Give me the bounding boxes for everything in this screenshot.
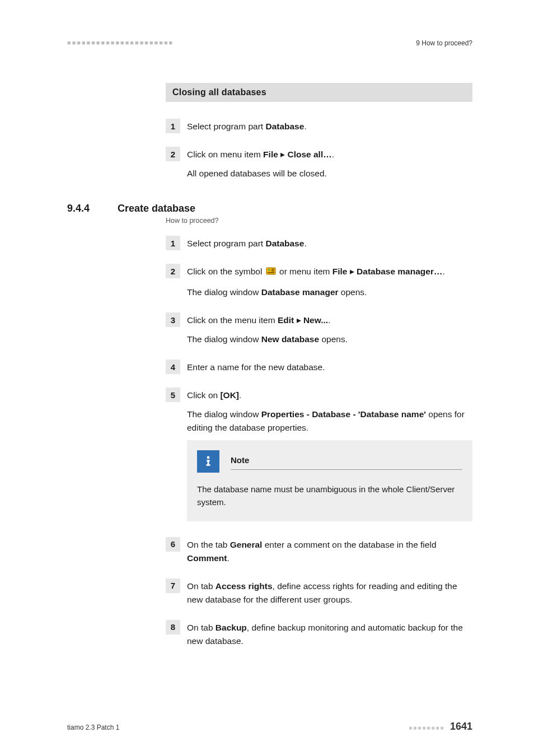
info-icon <box>197 450 219 473</box>
svg-rect-2 <box>271 269 274 270</box>
stepB-1: 1 Select program part Database. <box>166 236 472 250</box>
step-text: Enter a name for the new database. <box>187 361 325 374</box>
step-text: On the tab General enter a comment on th… <box>187 538 472 565</box>
stepB-5: 5 Click on [OK]. The dialog window Prope… <box>166 388 472 521</box>
step-result: The dialog window New database opens. <box>187 333 348 346</box>
page-footer: tiamo 2.3 Patch 1 ■■■■■■■■ 1641 <box>67 721 472 732</box>
step-number: 1 <box>166 119 180 133</box>
section-title-closing: Closing all databases <box>166 83 472 102</box>
stepB-8: 8 On tab Backup, define backup monitorin… <box>166 620 472 648</box>
stepA-1: 1 Select program part Database. <box>166 119 472 133</box>
footer-product: tiamo 2.3 Patch 1 <box>67 724 119 731</box>
heading-number: 9.4.4 <box>67 203 118 214</box>
step-text: Click on [OK]. <box>187 389 472 402</box>
step-result: All opened databases will be closed. <box>187 167 334 180</box>
stepA-2: 2 Click on menu item File ▸ Close all…. … <box>166 147 472 180</box>
step-text: Click on menu item File ▸ Close all…. <box>187 148 334 161</box>
heading-title: Create database <box>118 203 195 214</box>
note-box: Note The database name must be unambiguo… <box>187 440 472 521</box>
step-text: On tab Access rights, define access righ… <box>187 580 472 606</box>
page-number: 1641 <box>450 721 472 732</box>
database-manager-icon <box>266 266 276 280</box>
footer-dots: ■■■■■■■■ <box>409 725 444 731</box>
step-number: 6 <box>166 537 180 552</box>
heading-create-database: 9.4.4 Create database <box>67 203 472 214</box>
step-result: The dialog window Properties - Database … <box>187 408 472 435</box>
svg-point-1 <box>268 269 270 271</box>
page-header: ■■■■■■■■■■■■■■■■■■■■■■ 9 How to proceed? <box>67 39 472 47</box>
svg-rect-8 <box>206 464 210 466</box>
svg-rect-3 <box>271 270 274 272</box>
step-number: 2 <box>166 147 180 161</box>
svg-rect-4 <box>268 272 274 273</box>
stepB-2: 2 Click on the symbol or menu item File <box>166 264 472 299</box>
step-text: On tab Backup, define backup monitoring … <box>187 621 472 648</box>
svg-point-5 <box>207 456 210 459</box>
stepB-6: 6 On the tab General enter a comment on … <box>166 537 472 565</box>
step-text: Click on the menu item Edit ▸ New.... <box>187 314 348 327</box>
heading-subtitle: How to proceed? <box>166 217 472 225</box>
step-number: 2 <box>166 264 180 278</box>
step-text: Click on the symbol or menu item File ▸ … <box>187 265 445 280</box>
note-title: Note <box>231 455 249 465</box>
step-text: Select program part Database. <box>187 120 307 133</box>
stepB-7: 7 On tab Access rights, define access ri… <box>166 578 472 606</box>
step-number: 5 <box>166 388 180 402</box>
step-number: 3 <box>166 312 180 327</box>
breadcrumb: 9 How to proceed? <box>416 39 472 47</box>
stepB-3: 3 Click on the menu item Edit ▸ New.... … <box>166 312 472 346</box>
step-number: 7 <box>166 578 180 593</box>
footer-page: ■■■■■■■■ 1641 <box>409 721 472 732</box>
step-text: Select program part Database. <box>187 237 307 250</box>
header-dots: ■■■■■■■■■■■■■■■■■■■■■■ <box>67 39 174 46</box>
step-number: 8 <box>166 620 180 634</box>
note-body: The database name must be unambiguous in… <box>197 483 462 509</box>
stepB-4: 4 Enter a name for the new database. <box>166 360 472 374</box>
step-result: The dialog window Database manager opens… <box>187 286 445 299</box>
step-number: 4 <box>166 360 180 374</box>
step-number: 1 <box>166 236 180 250</box>
